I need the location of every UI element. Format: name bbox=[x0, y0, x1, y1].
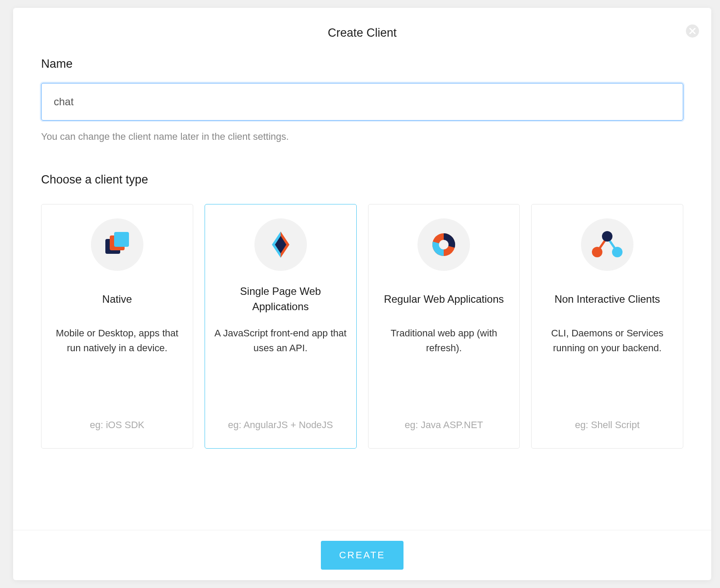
svg-rect-2 bbox=[114, 232, 129, 247]
modal-body: Name You can change the client name late… bbox=[13, 44, 711, 530]
client-name-input[interactable] bbox=[41, 83, 683, 121]
diamond-icon bbox=[254, 218, 307, 271]
card-description: Traditional web app (with refresh). bbox=[377, 326, 511, 356]
create-button[interactable]: CREATE bbox=[321, 541, 404, 570]
modal-footer: CREATE bbox=[13, 530, 711, 580]
client-type-card-native[interactable]: Native Mobile or Desktop, apps that run … bbox=[41, 204, 193, 449]
client-type-label: Choose a client type bbox=[41, 173, 683, 187]
name-label: Name bbox=[41, 57, 683, 71]
card-title: Single Page Web Applications bbox=[214, 284, 348, 315]
svg-point-7 bbox=[439, 240, 449, 249]
client-type-card-spa[interactable]: Single Page Web Applications A JavaScrip… bbox=[205, 204, 357, 449]
nodes-icon bbox=[581, 218, 633, 271]
card-title: Regular Web Applications bbox=[384, 284, 504, 315]
create-client-modal: Create Client Name You can change the cl… bbox=[13, 8, 711, 580]
stacked-squares-icon bbox=[91, 218, 143, 271]
client-type-card-regular-web[interactable]: Regular Web Applications Traditional web… bbox=[368, 204, 520, 449]
modal-header: Create Client bbox=[13, 8, 711, 44]
client-type-grid: Native Mobile or Desktop, apps that run … bbox=[41, 204, 683, 449]
donut-icon bbox=[417, 218, 470, 271]
svg-point-12 bbox=[612, 247, 623, 257]
svg-point-10 bbox=[602, 231, 612, 242]
name-hint: You can change the client name later in … bbox=[41, 131, 683, 142]
card-title: Non Interactive Clients bbox=[554, 284, 660, 315]
svg-point-11 bbox=[592, 247, 602, 257]
card-example: eg: iOS SDK bbox=[90, 418, 145, 432]
card-example: eg: AngularJS + NodeJS bbox=[228, 418, 333, 432]
card-title: Native bbox=[102, 284, 132, 315]
client-type-card-non-interactive[interactable]: Non Interactive Clients CLI, Daemons or … bbox=[531, 204, 683, 449]
close-icon[interactable] bbox=[686, 24, 699, 38]
card-example: eg: Java ASP.NET bbox=[405, 418, 483, 432]
card-description: Mobile or Desktop, apps that run nativel… bbox=[50, 326, 184, 356]
card-description: CLI, Daemons or Services running on your… bbox=[540, 326, 674, 356]
card-example: eg: Shell Script bbox=[575, 418, 640, 432]
modal-title: Create Client bbox=[22, 26, 703, 40]
card-description: A JavaScript front-end app that uses an … bbox=[214, 326, 348, 356]
